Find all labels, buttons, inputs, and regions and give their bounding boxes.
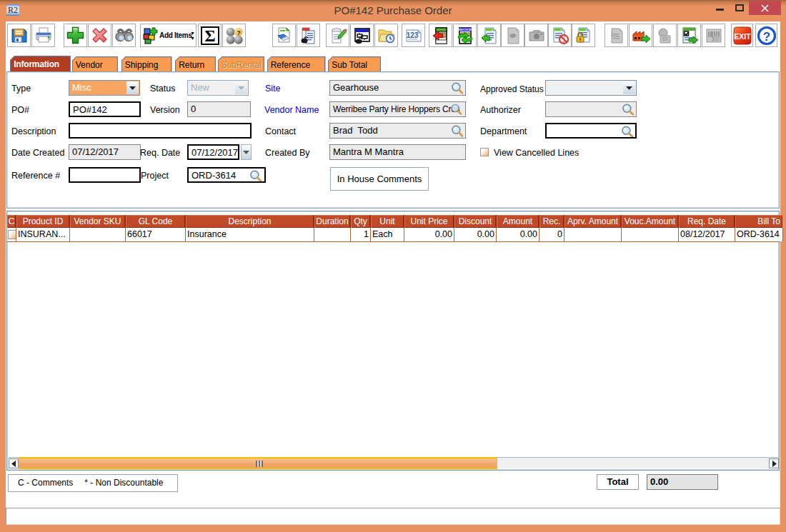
svg-text:INVOICE: INVOICE: [458, 28, 471, 31]
svg-text:EXIT: EXIT: [734, 32, 751, 41]
svg-text:Σ: Σ: [204, 27, 215, 45]
svg-text:123: 123: [406, 31, 418, 39]
svg-text:?: ?: [762, 29, 770, 43]
svg-text:?: ?: [237, 29, 241, 36]
